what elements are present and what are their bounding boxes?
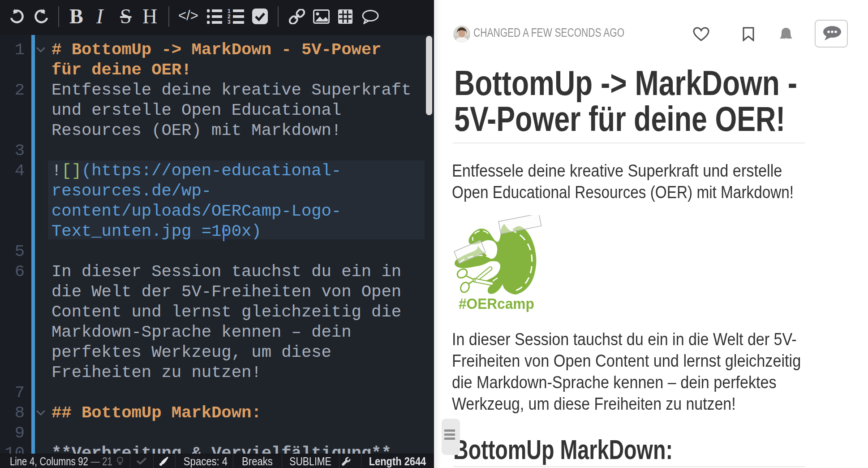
svg-text:3: 3: [228, 19, 231, 24]
